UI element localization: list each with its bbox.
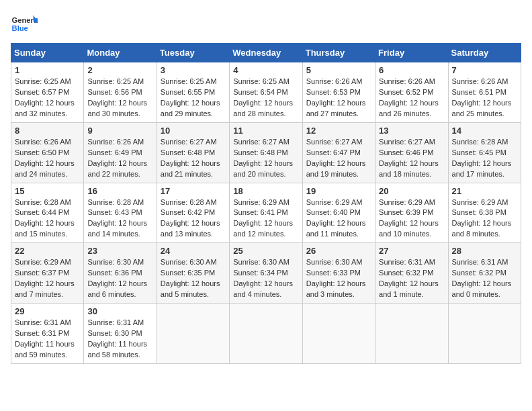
day-number: 14 — [452, 126, 517, 136]
day-info: Sunrise: 6:27 AMSunset: 6:48 PMDaylight:… — [161, 137, 226, 180]
day-cell: 14Sunrise: 6:28 AMSunset: 6:45 PMDayligh… — [448, 122, 521, 183]
day-cell: 11Sunrise: 6:27 AMSunset: 6:48 PMDayligh… — [230, 122, 302, 183]
svg-text:Blue: Blue — [12, 24, 28, 32]
day-number: 13 — [379, 126, 444, 136]
day-info: Sunrise: 6:25 AMSunset: 6:56 PMDaylight:… — [87, 77, 152, 120]
day-info: Sunrise: 6:31 AMSunset: 6:31 PMDaylight:… — [15, 318, 80, 361]
day-info: Sunrise: 6:29 AMSunset: 6:38 PMDaylight:… — [452, 197, 517, 240]
day-cell: 7Sunrise: 6:26 AMSunset: 6:51 PMDaylight… — [448, 62, 521, 123]
svg-marker-3 — [34, 18, 38, 22]
day-number: 7 — [452, 65, 517, 75]
logo-icon: General Blue — [11, 11, 38, 38]
day-info: Sunrise: 6:26 AMSunset: 6:53 PMDaylight:… — [306, 77, 371, 120]
day-cell — [230, 304, 302, 364]
day-info: Sunrise: 6:28 AMSunset: 6:43 PMDaylight:… — [87, 197, 152, 240]
day-number: 23 — [87, 246, 152, 256]
day-info: Sunrise: 6:25 AMSunset: 6:54 PMDaylight:… — [233, 77, 298, 120]
col-header-thursday: Thursday — [302, 44, 375, 62]
day-number: 29 — [15, 306, 80, 316]
day-info: Sunrise: 6:26 AMSunset: 6:50 PMDaylight:… — [15, 137, 80, 180]
day-cell — [302, 304, 375, 364]
week-row-4: 22Sunrise: 6:29 AMSunset: 6:37 PMDayligh… — [11, 243, 521, 304]
col-header-tuesday: Tuesday — [157, 44, 229, 62]
day-info: Sunrise: 6:31 AMSunset: 6:32 PMDaylight:… — [452, 257, 517, 300]
day-number: 5 — [306, 65, 371, 75]
day-number: 17 — [161, 186, 226, 196]
day-number: 27 — [379, 246, 444, 256]
day-cell: 29Sunrise: 6:31 AMSunset: 6:31 PMDayligh… — [11, 304, 84, 364]
day-cell: 13Sunrise: 6:27 AMSunset: 6:46 PMDayligh… — [375, 122, 448, 183]
week-row-1: 1Sunrise: 6:25 AMSunset: 6:57 PMDaylight… — [11, 62, 521, 123]
day-cell: 4Sunrise: 6:25 AMSunset: 6:54 PMDaylight… — [230, 62, 302, 123]
day-info: Sunrise: 6:26 AMSunset: 6:49 PMDaylight:… — [87, 137, 152, 180]
day-info: Sunrise: 6:26 AMSunset: 6:51 PMDaylight:… — [452, 77, 517, 120]
day-number: 25 — [233, 246, 298, 256]
day-info: Sunrise: 6:26 AMSunset: 6:52 PMDaylight:… — [379, 77, 444, 120]
day-cell: 5Sunrise: 6:26 AMSunset: 6:53 PMDaylight… — [302, 62, 375, 123]
day-cell: 21Sunrise: 6:29 AMSunset: 6:38 PMDayligh… — [448, 183, 521, 243]
day-cell: 10Sunrise: 6:27 AMSunset: 6:48 PMDayligh… — [157, 122, 229, 183]
page-header: General Blue — [11, 11, 521, 38]
col-header-friday: Friday — [375, 44, 448, 62]
week-row-2: 8Sunrise: 6:26 AMSunset: 6:50 PMDaylight… — [11, 122, 521, 183]
day-info: Sunrise: 6:29 AMSunset: 6:37 PMDaylight:… — [15, 257, 80, 300]
day-cell: 17Sunrise: 6:28 AMSunset: 6:42 PMDayligh… — [157, 183, 229, 243]
day-number: 18 — [233, 186, 298, 196]
day-cell: 23Sunrise: 6:30 AMSunset: 6:36 PMDayligh… — [84, 243, 157, 304]
day-info: Sunrise: 6:30 AMSunset: 6:36 PMDaylight:… — [87, 257, 152, 300]
day-cell: 1Sunrise: 6:25 AMSunset: 6:57 PMDaylight… — [11, 62, 84, 123]
day-cell: 3Sunrise: 6:25 AMSunset: 6:55 PMDaylight… — [157, 62, 229, 123]
logo: General Blue — [11, 11, 38, 38]
day-info: Sunrise: 6:28 AMSunset: 6:42 PMDaylight:… — [161, 197, 226, 240]
day-cell: 22Sunrise: 6:29 AMSunset: 6:37 PMDayligh… — [11, 243, 84, 304]
day-info: Sunrise: 6:27 AMSunset: 6:48 PMDaylight:… — [233, 137, 298, 180]
day-number: 20 — [379, 186, 444, 196]
day-info: Sunrise: 6:25 AMSunset: 6:57 PMDaylight:… — [15, 77, 80, 120]
day-number: 24 — [161, 246, 226, 256]
day-number: 9 — [87, 126, 152, 136]
day-cell: 30Sunrise: 6:31 AMSunset: 6:30 PMDayligh… — [84, 304, 157, 364]
col-header-monday: Monday — [84, 44, 157, 62]
day-info: Sunrise: 6:25 AMSunset: 6:55 PMDaylight:… — [161, 77, 226, 120]
day-number: 30 — [87, 306, 152, 316]
day-cell: 20Sunrise: 6:29 AMSunset: 6:39 PMDayligh… — [375, 183, 448, 243]
col-header-saturday: Saturday — [448, 44, 521, 62]
day-number: 4 — [233, 65, 298, 75]
day-number: 19 — [306, 186, 371, 196]
day-info: Sunrise: 6:30 AMSunset: 6:33 PMDaylight:… — [306, 257, 371, 300]
day-cell — [375, 304, 448, 364]
day-number: 3 — [161, 65, 226, 75]
day-number: 11 — [233, 126, 298, 136]
day-number: 28 — [452, 246, 517, 256]
day-number: 21 — [452, 186, 517, 196]
day-info: Sunrise: 6:27 AMSunset: 6:46 PMDaylight:… — [379, 137, 444, 180]
day-cell — [157, 304, 229, 364]
day-info: Sunrise: 6:31 AMSunset: 6:30 PMDaylight:… — [87, 318, 152, 361]
calendar-table: SundayMondayTuesdayWednesdayThursdayFrid… — [11, 43, 521, 364]
day-number: 10 — [161, 126, 226, 136]
week-row-3: 15Sunrise: 6:28 AMSunset: 6:44 PMDayligh… — [11, 183, 521, 243]
day-cell: 19Sunrise: 6:29 AMSunset: 6:40 PMDayligh… — [302, 183, 375, 243]
day-cell: 18Sunrise: 6:29 AMSunset: 6:41 PMDayligh… — [230, 183, 302, 243]
day-cell: 27Sunrise: 6:31 AMSunset: 6:32 PMDayligh… — [375, 243, 448, 304]
day-info: Sunrise: 6:29 AMSunset: 6:41 PMDaylight:… — [233, 197, 298, 240]
day-number: 12 — [306, 126, 371, 136]
day-info: Sunrise: 6:31 AMSunset: 6:32 PMDaylight:… — [379, 257, 444, 300]
day-info: Sunrise: 6:30 AMSunset: 6:35 PMDaylight:… — [161, 257, 226, 300]
day-cell: 6Sunrise: 6:26 AMSunset: 6:52 PMDaylight… — [375, 62, 448, 123]
day-cell — [448, 304, 521, 364]
day-number: 2 — [87, 65, 152, 75]
day-info: Sunrise: 6:28 AMSunset: 6:45 PMDaylight:… — [452, 137, 517, 180]
day-number: 8 — [15, 126, 80, 136]
day-cell: 9Sunrise: 6:26 AMSunset: 6:49 PMDaylight… — [84, 122, 157, 183]
week-row-5: 29Sunrise: 6:31 AMSunset: 6:31 PMDayligh… — [11, 304, 521, 364]
col-header-wednesday: Wednesday — [230, 44, 302, 62]
day-cell: 2Sunrise: 6:25 AMSunset: 6:56 PMDaylight… — [84, 62, 157, 123]
day-info: Sunrise: 6:27 AMSunset: 6:47 PMDaylight:… — [306, 137, 371, 180]
day-info: Sunrise: 6:29 AMSunset: 6:39 PMDaylight:… — [379, 197, 444, 240]
day-cell: 28Sunrise: 6:31 AMSunset: 6:32 PMDayligh… — [448, 243, 521, 304]
day-number: 16 — [87, 186, 152, 196]
day-cell: 12Sunrise: 6:27 AMSunset: 6:47 PMDayligh… — [302, 122, 375, 183]
day-cell: 15Sunrise: 6:28 AMSunset: 6:44 PMDayligh… — [11, 183, 84, 243]
day-cell: 16Sunrise: 6:28 AMSunset: 6:43 PMDayligh… — [84, 183, 157, 243]
